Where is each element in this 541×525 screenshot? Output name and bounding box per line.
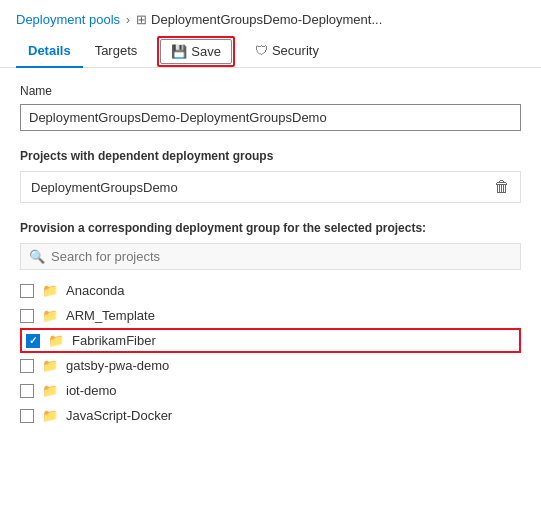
deployment-group-icon: ⊞	[136, 12, 147, 27]
shield-icon: 🛡	[255, 43, 268, 58]
project-row-5: 📁 JavaScript-Docker	[20, 403, 521, 428]
tab-security[interactable]: 🛡 Security	[243, 35, 331, 68]
project-row-3: 📁 gatsby-pwa-demo	[20, 353, 521, 378]
project-name-1: ARM_Template	[66, 308, 155, 323]
breadcrumb-link[interactable]: Deployment pools	[16, 12, 120, 27]
list-item: 📁 gatsby-pwa-demo	[20, 353, 521, 378]
tab-details[interactable]: Details	[16, 35, 83, 68]
tab-targets[interactable]: Targets	[83, 35, 150, 68]
breadcrumb: Deployment pools › ⊞ DeploymentGroupsDem…	[0, 0, 541, 35]
breadcrumb-current: DeploymentGroupsDemo-Deployment...	[151, 12, 382, 27]
content-area: Name Projects with dependent deployment …	[0, 68, 541, 444]
project-checkbox-3[interactable]	[20, 359, 34, 373]
search-input[interactable]	[51, 249, 512, 264]
project-name-2: FabrikamFiber	[72, 333, 156, 348]
project-checkbox-0[interactable]	[20, 284, 34, 298]
list-item: 📁 JavaScript-Docker	[20, 403, 521, 428]
dependent-title: Projects with dependent deployment group…	[20, 149, 521, 163]
project-icon-3: 📁	[42, 358, 58, 373]
project-name-3: gatsby-pwa-demo	[66, 358, 169, 373]
project-icon-5: 📁	[42, 408, 58, 423]
project-checkbox-1[interactable]	[20, 309, 34, 323]
project-name-5: JavaScript-Docker	[66, 408, 172, 423]
name-input[interactable]	[20, 104, 521, 131]
save-label: Save	[191, 44, 221, 59]
search-bar: 🔍	[20, 243, 521, 270]
dependent-section: Projects with dependent deployment group…	[20, 149, 521, 203]
name-field-group: Name	[20, 84, 521, 131]
project-icon-2: 📁	[48, 333, 64, 348]
provision-label: Provision a corresponding deployment gro…	[20, 221, 521, 235]
project-row-0: 📁 Anaconda	[20, 278, 521, 303]
dependent-row: DeploymentGroupsDemo 🗑	[20, 171, 521, 203]
save-button-wrapper: 💾 Save	[157, 36, 235, 67]
list-item: 📁 ARM_Template	[20, 303, 521, 328]
project-checkbox-5[interactable]	[20, 409, 34, 423]
save-button[interactable]: 💾 Save	[160, 39, 232, 64]
project-row-1: 📁 ARM_Template	[20, 303, 521, 328]
delete-icon[interactable]: 🗑	[494, 178, 510, 196]
list-item: 📁 iot-demo	[20, 378, 521, 403]
list-item: 📁 FabrikamFiber	[20, 328, 521, 353]
highlighted-project-row: 📁 FabrikamFiber	[20, 328, 521, 353]
project-name-0: Anaconda	[66, 283, 125, 298]
breadcrumb-separator: ›	[126, 13, 130, 27]
tabs-bar: Details Targets 💾 Save 🛡 Security	[0, 35, 541, 68]
list-item: 📁 Anaconda	[20, 278, 521, 303]
search-icon: 🔍	[29, 249, 45, 264]
name-label: Name	[20, 84, 521, 98]
project-list: 📁 Anaconda 📁 ARM_Template 📁 FabrikamFibe…	[20, 278, 521, 428]
project-checkbox-2[interactable]	[26, 334, 40, 348]
project-icon-0: 📁	[42, 283, 58, 298]
project-row-4: 📁 iot-demo	[20, 378, 521, 403]
project-name-4: iot-demo	[66, 383, 117, 398]
save-icon: 💾	[171, 44, 187, 59]
dependent-project-name: DeploymentGroupsDemo	[31, 180, 178, 195]
project-checkbox-4[interactable]	[20, 384, 34, 398]
project-icon-1: 📁	[42, 308, 58, 323]
project-icon-4: 📁	[42, 383, 58, 398]
